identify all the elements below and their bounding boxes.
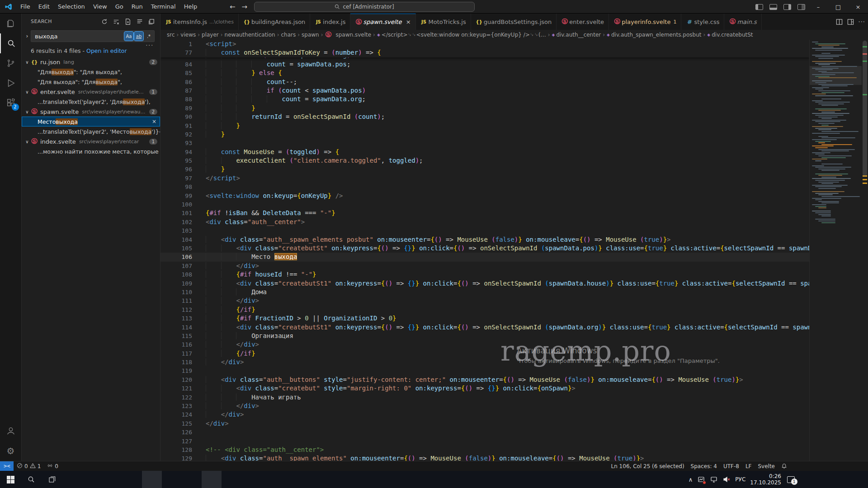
sidebar-item-extensions[interactable]: 2	[0, 93, 22, 113]
search-match-row[interactable]: ...можно найти похожие места, которые пр…	[22, 146, 160, 156]
view-as-tree-icon[interactable]	[146, 17, 156, 27]
search-match-row[interactable]: "Для выхода": "Для выхода",	[22, 77, 160, 87]
sidebar-item-explorer[interactable]	[0, 14, 22, 33]
sidebar-item-run-debug[interactable]	[0, 73, 22, 93]
tab-close-icon[interactable]: ×	[406, 19, 411, 25]
taskbar-chrome[interactable]	[102, 471, 122, 488]
sidebar-item-search[interactable]	[0, 33, 22, 53]
keyboard-language[interactable]: РУС	[735, 476, 745, 483]
breadcrumb-item[interactable]: ◈div.auth__center	[552, 32, 601, 38]
minimize-button[interactable]: –	[808, 0, 828, 14]
cursor-position[interactable]: Ln 106, Col 25 (6 selected)	[608, 461, 688, 471]
split-editor-icon[interactable]	[836, 19, 843, 25]
taskbar-edge[interactable]: e	[62, 471, 82, 488]
search-file-row[interactable]: ∨{}ru.jsonlang2	[22, 57, 160, 67]
editor-scrollbar[interactable]	[863, 41, 867, 176]
search-match-row[interactable]: ...translateText('player2', 'Для выхода'…	[22, 97, 160, 107]
menu-view[interactable]: View	[89, 0, 111, 14]
tab-style.css[interactable]: #style.css	[681, 14, 724, 30]
nav-back-icon[interactable]: ←	[230, 3, 236, 11]
search-input[interactable]: выхода Aa ab .*	[31, 30, 155, 42]
match-case-toggle[interactable]: Aa	[124, 32, 133, 41]
toggle-sidebar-icon[interactable]	[755, 4, 763, 10]
breadcrumb-item[interactable]: views	[180, 32, 196, 38]
tab-guardBotsSettings.json[interactable]: {}guardBotsSettings.json	[471, 14, 557, 30]
taskbar-clock[interactable]: 0:26 17.10.2025	[750, 473, 781, 486]
menu-go[interactable]: Go	[111, 0, 127, 14]
menu-edit[interactable]: Edit	[34, 0, 54, 14]
taskbar-explorer[interactable]	[82, 471, 102, 488]
minimap[interactable]	[809, 40, 862, 461]
breadcrumb-item[interactable]: newauthentication	[225, 32, 275, 38]
problems-indicator[interactable]: 0 1	[14, 461, 44, 471]
volume-muted-icon[interactable]	[722, 475, 731, 483]
start-button[interactable]	[0, 471, 21, 488]
chevron-down-icon[interactable]: ∨	[24, 109, 31, 114]
chevron-down-icon[interactable]: ∨	[24, 60, 31, 65]
tray-app-icon[interactable]	[697, 475, 705, 483]
tray-expand-chevron-icon[interactable]: ∧	[689, 476, 693, 483]
menu-run[interactable]: Run	[127, 0, 147, 14]
taskbar-powershell[interactable]: >_	[182, 471, 202, 488]
remote-indicator[interactable]: ><	[0, 461, 14, 471]
toggle-panel-icon[interactable]	[769, 4, 777, 10]
search-file-row[interactable]: ∨Ⓢindex.sveltesrc\views\player\rentcar1	[22, 136, 160, 146]
menu-help[interactable]: Help	[180, 0, 202, 14]
menu-file[interactable]: File	[16, 0, 34, 14]
breadcrumb-item[interactable]: src	[167, 32, 175, 38]
toggle-replace-chevron-icon[interactable]: ›	[24, 33, 31, 39]
notifications-bell[interactable]	[778, 461, 790, 471]
customize-layout-icon[interactable]	[797, 4, 805, 10]
maximize-button[interactable]: □	[828, 0, 848, 14]
eol[interactable]: LF	[742, 461, 755, 471]
command-center-search[interactable]: cef [Administrator]	[254, 2, 475, 12]
breadcrumb-item[interactable]: ◈div.auth_spawn_elements.posbut	[607, 32, 701, 38]
search-match-row[interactable]: Место выхода×	[22, 117, 160, 127]
encoding[interactable]: UTF-8	[720, 461, 742, 471]
nav-forward-icon[interactable]: →	[242, 3, 248, 11]
network-icon[interactable]	[710, 475, 718, 483]
breadcrumb-item[interactable]: player	[202, 32, 219, 38]
sidebar-item-source-control[interactable]	[0, 53, 22, 73]
dismiss-match-icon[interactable]: ×	[152, 118, 156, 125]
open-search-editor-icon[interactable]	[123, 17, 133, 27]
search-file-row[interactable]: ∨Ⓢenter.sveltesrc\views\player\hud\eleme…	[22, 87, 160, 97]
notification-center-icon[interactable]: 1	[786, 475, 796, 483]
open-in-editor-link[interactable]: Open in editor	[86, 47, 127, 54]
more-actions-icon[interactable]: ···	[859, 19, 865, 25]
taskbar-donut-app[interactable]	[162, 471, 182, 488]
toggle-search-details-icon[interactable]: ···	[146, 42, 154, 49]
search-file-row[interactable]: ∨Ⓢspawn.sveltesrc\views\player\newauthen…	[22, 107, 160, 117]
accounts-button[interactable]	[0, 421, 22, 441]
tab-playerinfo.svelte[interactable]: Ⓢplayerinfo.svelte1	[609, 14, 681, 30]
tab-enter.svelte[interactable]: Ⓢenter.svelte	[557, 14, 609, 30]
breadcrumb-item[interactable]: ◈div.createbutSt	[707, 32, 753, 38]
close-button[interactable]: ×	[848, 0, 868, 14]
breadcrumb-item[interactable]: ◈</script>␊␊<svelte:window on:keyup={onK…	[377, 32, 546, 38]
chevron-down-icon[interactable]: ∨	[24, 89, 31, 94]
taskbar-ragemp[interactable]: R	[202, 471, 222, 488]
taskbar-visual-studio[interactable]: ∞	[122, 471, 142, 488]
toggle-layout-icon[interactable]	[847, 19, 854, 25]
menu-selection[interactable]: Selection	[54, 0, 89, 14]
menu-terminal[interactable]: Terminal	[147, 0, 180, 14]
breadcrumb-item[interactable]: chars	[281, 32, 296, 38]
tab-main.s[interactable]: Ⓢmain.s	[724, 14, 761, 30]
search-match-row[interactable]: "Для выхода": "Для выхода",	[22, 67, 160, 77]
tab-spawn.svelte[interactable]: Ⓢspawn.svelte×	[350, 14, 415, 30]
taskbar-search-button[interactable]	[21, 471, 42, 488]
task-view-button[interactable]	[42, 471, 62, 488]
breadcrumb-item[interactable]: Ⓢspawn.svelte	[325, 31, 371, 39]
language-mode[interactable]: Svelte	[755, 461, 778, 471]
settings-button[interactable]: ⚙	[0, 441, 22, 461]
breadcrumb-item[interactable]: spawn	[302, 32, 319, 38]
editor[interactable]: 83 if (count > spawnData.org)84 count = …	[160, 40, 868, 461]
whole-word-toggle[interactable]: ab	[134, 32, 143, 41]
clear-results-icon[interactable]	[111, 17, 121, 27]
indentation[interactable]: Spaces: 4	[688, 461, 720, 471]
tab-index.js[interactable]: JSindex.js	[310, 14, 350, 30]
refresh-icon[interactable]	[99, 17, 109, 27]
tab-itemsInfo.js[interactable]: JSitemsInfo.js...\clothes	[160, 14, 239, 30]
tab-MotoTricks.js[interactable]: JSMotoTricks.js	[416, 14, 471, 30]
search-match-row[interactable]: ...translateText('player2', 'Место выход…	[22, 127, 160, 136]
